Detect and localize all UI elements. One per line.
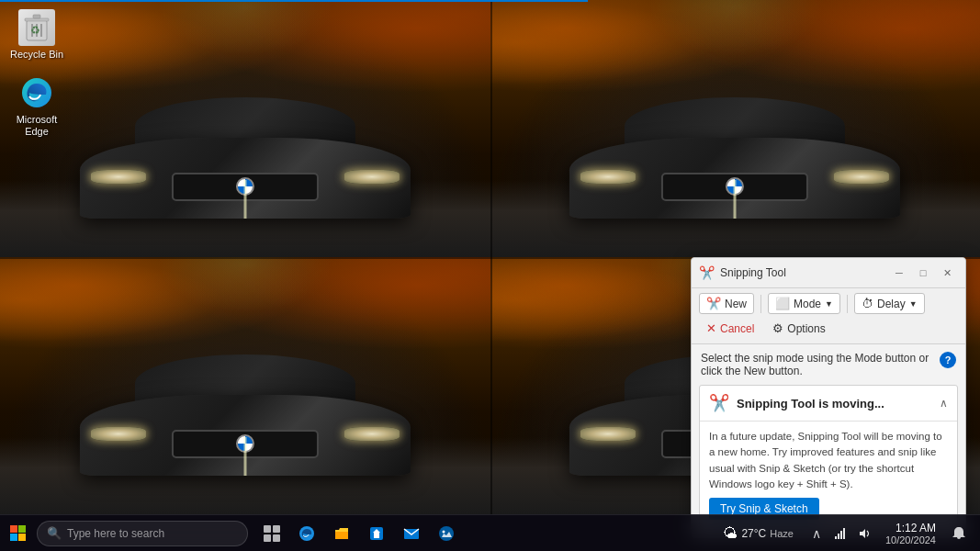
start-button[interactable] <box>0 515 37 552</box>
taskbar: 🔍 Type here to search <box>0 514 980 551</box>
options-button[interactable]: ⚙ Options <box>765 318 832 339</box>
svg-rect-24 <box>843 528 845 539</box>
cancel-button[interactable]: ✕ Cancel <box>699 318 761 339</box>
svg-rect-8 <box>10 525 17 533</box>
svg-rect-22 <box>838 534 839 539</box>
taskbar-search-text: Type here to search <box>67 527 164 540</box>
svg-rect-23 <box>840 531 842 539</box>
clock-time: 1:12 AM <box>896 522 936 534</box>
edge-icon-img <box>18 74 55 111</box>
options-label: Options <box>787 322 825 335</box>
notice-body: In a future update, Snipping Tool will b… <box>700 422 957 529</box>
recycle-bin-img: ♻ <box>18 9 55 46</box>
notice-body-text: In a future update, Snipping Tool will b… <box>709 431 942 489</box>
snipping-tool-toolbar: ✂️ New ⬜ Mode ▼ ⏱ Delay ▼ ✕ Cancel ⚙ Opt… <box>692 288 965 344</box>
snipping-tool-window: ✂️ Snipping Tool ─ □ ✕ ✂️ New ⬜ Mode ▼ ⏱… <box>691 257 966 538</box>
snipping-tool-app-icon: ✂️ <box>699 265 715 280</box>
help-text: Select the snip mode using the Mode butt… <box>701 352 932 377</box>
notice-chevron-icon: ∧ <box>940 397 948 410</box>
taskbar-mail-button[interactable] <box>395 517 428 550</box>
svg-rect-12 <box>264 525 271 533</box>
maximize-button[interactable]: □ <box>912 264 934 282</box>
notice-title: Snipping Tool is moving... <box>737 397 932 410</box>
mode-dropdown-icon: ▼ <box>825 299 833 309</box>
edge-desktop-label: Microsoft Edge <box>9 114 64 138</box>
mode-label: Mode <box>794 298 821 310</box>
snipping-tool-titlebar: ✂️ Snipping Tool ─ □ ✕ <box>692 258 965 288</box>
taskbar-task-view[interactable] <box>255 517 288 550</box>
clock-area[interactable]: 1:12 AM 10/20/2024 <box>880 522 941 545</box>
clock-date: 10/20/2024 <box>885 534 936 545</box>
desktop-v-divider <box>490 0 492 514</box>
svg-point-19 <box>439 526 454 541</box>
svg-rect-1 <box>25 18 49 21</box>
new-icon: ✂️ <box>706 297 721 310</box>
notice-app-icon: ✂️ <box>709 393 729 413</box>
svg-rect-15 <box>273 534 280 542</box>
options-icon: ⚙ <box>772 321 783 335</box>
file-explorer-icon <box>333 525 350 542</box>
network-icon-button[interactable] <box>828 517 852 550</box>
weather-temp: 27°C <box>741 527 766 540</box>
cancel-icon: ✕ <box>706 321 716 335</box>
svg-rect-10 <box>10 534 17 541</box>
svg-text:♻: ♻ <box>30 24 40 37</box>
weather-icon: 🌤 <box>723 525 738 542</box>
recycle-bin-label: Recycle Bin <box>10 49 63 61</box>
weather-condition: Haze <box>770 528 794 539</box>
delay-button[interactable]: ⏱ Delay ▼ <box>854 293 925 314</box>
svg-point-20 <box>443 530 445 533</box>
svg-rect-9 <box>18 525 26 533</box>
svg-rect-2 <box>33 15 40 18</box>
taskbar-photos-button[interactable] <box>430 517 463 550</box>
taskbar-center-icons <box>255 517 463 550</box>
store-icon <box>368 525 385 542</box>
svg-rect-13 <box>273 525 280 533</box>
edge-desktop-icon[interactable]: Microsoft Edge <box>9 74 64 138</box>
wallpaper-panel-bl <box>0 257 490 514</box>
delay-icon: ⏱ <box>862 297 873 310</box>
moving-notice-panel: ✂️ Snipping Tool is moving... ∧ In a fut… <box>699 385 958 530</box>
window-controls: ─ □ ✕ <box>888 264 958 282</box>
taskbar-store-button[interactable] <box>360 517 393 550</box>
notice-header[interactable]: ✂️ Snipping Tool is moving... ∧ <box>700 386 957 422</box>
snipping-tool-title: Snipping Tool <box>720 266 883 279</box>
taskbar-search-box[interactable]: 🔍 Type here to search <box>37 521 248 546</box>
taskbar-edge-button[interactable] <box>290 517 323 550</box>
mail-icon <box>403 525 420 542</box>
tray-chevron-button[interactable]: ∧ <box>805 517 828 550</box>
system-tray: ∧ <box>805 517 876 550</box>
delay-dropdown-icon: ▼ <box>909 299 918 309</box>
edge-taskbar-icon <box>299 525 315 542</box>
task-view-icon <box>264 525 280 542</box>
volume-icon <box>858 527 871 540</box>
windows-logo-icon <box>10 525 27 542</box>
notification-button[interactable] <box>945 517 973 550</box>
toolbar-sep-1 <box>760 295 761 313</box>
delay-label: Delay <box>877 298 906 310</box>
weather-widget[interactable]: 🌤 27°C Haze <box>715 523 801 545</box>
cancel-label: Cancel <box>720 322 754 335</box>
close-button[interactable]: ✕ <box>936 264 958 282</box>
svg-rect-11 <box>18 534 26 541</box>
taskbar-right-area: 🌤 27°C Haze ∧ <box>715 517 980 550</box>
notification-icon <box>952 526 966 541</box>
minimize-button[interactable]: ─ <box>888 264 910 282</box>
network-icon <box>834 527 847 540</box>
new-label: New <box>725 298 747 310</box>
svg-rect-21 <box>835 536 837 539</box>
svg-rect-14 <box>264 534 271 542</box>
top-progress-bar <box>0 0 588 2</box>
volume-icon-button[interactable] <box>852 517 876 550</box>
taskbar-explorer-button[interactable] <box>325 517 358 550</box>
help-question-icon[interactable]: ? <box>940 352 956 368</box>
new-button[interactable]: ✂️ New <box>699 293 754 314</box>
wallpaper-panel-tr <box>490 0 981 257</box>
taskbar-search-icon: 🔍 <box>47 526 62 540</box>
photos-icon <box>438 525 455 542</box>
mode-button[interactable]: ⬜ Mode ▼ <box>768 293 840 314</box>
mode-icon: ⬜ <box>775 297 790 310</box>
desktop-icons-area: ♻ Recycle Bin <box>9 9 64 139</box>
recycle-bin-icon[interactable]: ♻ Recycle Bin <box>9 9 64 61</box>
wallpaper-panel-tl <box>0 0 490 257</box>
